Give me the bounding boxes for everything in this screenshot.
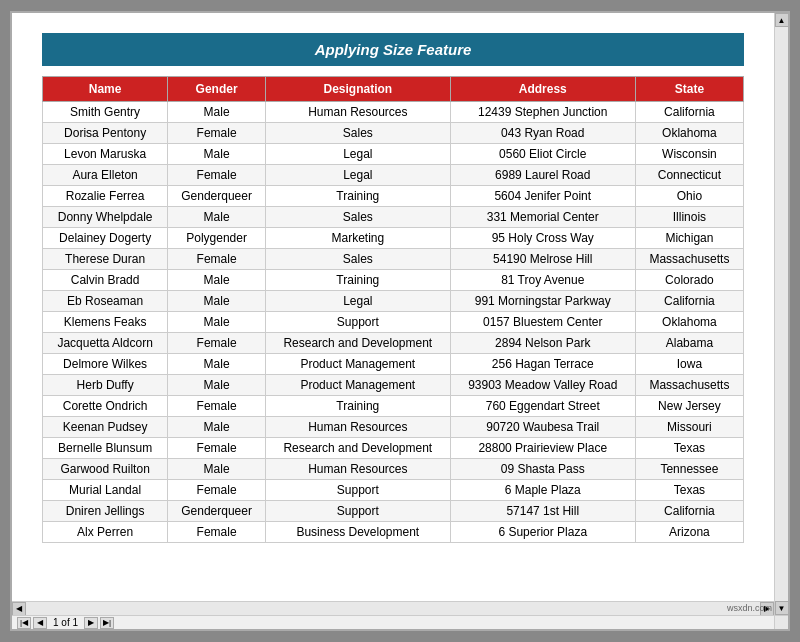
- table-cell: New Jersey: [635, 396, 743, 417]
- table-cell: Male: [168, 144, 266, 165]
- table-cell: Sales: [265, 123, 450, 144]
- table-cell: Support: [265, 501, 450, 522]
- table-cell: 09 Shasta Pass: [450, 459, 635, 480]
- table-cell: Therese Duran: [43, 249, 168, 270]
- table-cell: Male: [168, 291, 266, 312]
- table-row: Corette OndrichFemaleTraining760 Eggenda…: [43, 396, 744, 417]
- table-cell: Arizona: [635, 522, 743, 543]
- table-cell: Research and Development: [265, 438, 450, 459]
- scroll-down-button[interactable]: ▼: [775, 601, 789, 615]
- vertical-scrollbar[interactable]: ▲ ▼: [774, 13, 788, 615]
- column-header: Designation: [265, 77, 450, 102]
- table-cell: Product Management: [265, 354, 450, 375]
- table-cell: Female: [168, 480, 266, 501]
- page-title: Applying Size Feature: [42, 33, 744, 66]
- table-cell: 2894 Nelson Park: [450, 333, 635, 354]
- table-cell: Genderqueer: [168, 501, 266, 522]
- table-cell: Connecticut: [635, 165, 743, 186]
- table-cell: Alabama: [635, 333, 743, 354]
- table-cell: Levon Maruska: [43, 144, 168, 165]
- table-row: Therese DuranFemaleSales54190 Melrose Hi…: [43, 249, 744, 270]
- table-cell: Oklahoma: [635, 312, 743, 333]
- table-cell: 90720 Waubesa Trail: [450, 417, 635, 438]
- table-cell: Dorisa Pentony: [43, 123, 168, 144]
- table-row: Rozalie FerreaGenderqueerTraining5604 Je…: [43, 186, 744, 207]
- table-cell: Training: [265, 186, 450, 207]
- table-cell: Calvin Bradd: [43, 270, 168, 291]
- table-cell: 57147 1st Hill: [450, 501, 635, 522]
- table-cell: Rozalie Ferrea: [43, 186, 168, 207]
- table-cell: 256 Hagan Terrace: [450, 354, 635, 375]
- last-page-button[interactable]: ▶|: [100, 617, 114, 629]
- page-number: 1 of 1: [53, 617, 78, 628]
- main-window: Applying Size Feature NameGenderDesignat…: [10, 11, 790, 631]
- table-row: Delainey DogertyPolygenderMarketing95 Ho…: [43, 228, 744, 249]
- table-cell: Female: [168, 249, 266, 270]
- table-cell: 6 Maple Plaza: [450, 480, 635, 501]
- table-cell: 93903 Meadow Valley Road: [450, 375, 635, 396]
- table-cell: Eb Roseaman: [43, 291, 168, 312]
- horizontal-scrollbar[interactable]: ◀ ▶: [12, 601, 774, 615]
- table-cell: Human Resources: [265, 459, 450, 480]
- table-cell: Donny Whelpdale: [43, 207, 168, 228]
- table-cell: Male: [168, 459, 266, 480]
- table-cell: Iowa: [635, 354, 743, 375]
- table-cell: Support: [265, 312, 450, 333]
- table-row: Bernelle BlunsumFemaleResearch and Devel…: [43, 438, 744, 459]
- scroll-left-button[interactable]: ◀: [12, 602, 26, 616]
- table-cell: Legal: [265, 291, 450, 312]
- scroll-up-button[interactable]: ▲: [775, 13, 789, 27]
- table-cell: 5604 Jenifer Point: [450, 186, 635, 207]
- table-cell: 6989 Laurel Road: [450, 165, 635, 186]
- table-row: Smith GentryMaleHuman Resources12439 Ste…: [43, 102, 744, 123]
- table-cell: California: [635, 291, 743, 312]
- table-cell: Polygender: [168, 228, 266, 249]
- table-cell: 991 Morningstar Parkway: [450, 291, 635, 312]
- table-row: Herb DuffyMaleProduct Management93903 Me…: [43, 375, 744, 396]
- table-cell: Female: [168, 438, 266, 459]
- table-cell: Human Resources: [265, 102, 450, 123]
- table-header: NameGenderDesignationAddressState: [43, 77, 744, 102]
- table-cell: 0157 Bluestem Center: [450, 312, 635, 333]
- table-cell: Missouri: [635, 417, 743, 438]
- table-cell: Massachusetts: [635, 375, 743, 396]
- table-cell: Herb Duffy: [43, 375, 168, 396]
- table-row: Dorisa PentonyFemaleSales043 Ryan RoadOk…: [43, 123, 744, 144]
- table-cell: Keenan Pudsey: [43, 417, 168, 438]
- table-cell: Colorado: [635, 270, 743, 291]
- scrollbar-corner: [774, 615, 788, 629]
- table-cell: Alx Perren: [43, 522, 168, 543]
- table-row: Klemens FeaksMaleSupport0157 Bluestem Ce…: [43, 312, 744, 333]
- table-row: Garwood RuiltonMaleHuman Resources09 Sha…: [43, 459, 744, 480]
- page-content: Applying Size Feature NameGenderDesignat…: [12, 13, 774, 615]
- first-page-button[interactable]: |◀: [17, 617, 31, 629]
- table-cell: Delmore Wilkes: [43, 354, 168, 375]
- table-cell: Klemens Feaks: [43, 312, 168, 333]
- table-cell: Dniren Jellings: [43, 501, 168, 522]
- table-cell: Michigan: [635, 228, 743, 249]
- table-cell: Female: [168, 396, 266, 417]
- table-cell: Delainey Dogerty: [43, 228, 168, 249]
- column-header: State: [635, 77, 743, 102]
- table-cell: Legal: [265, 144, 450, 165]
- table-cell: 95 Holy Cross Way: [450, 228, 635, 249]
- next-page-button[interactable]: ▶: [84, 617, 98, 629]
- table-cell: Garwood Ruilton: [43, 459, 168, 480]
- table-cell: Female: [168, 165, 266, 186]
- page-indicator: |◀ ◀ 1 of 1 ▶ ▶|: [12, 615, 774, 629]
- table-cell: Marketing: [265, 228, 450, 249]
- table-cell: Male: [168, 375, 266, 396]
- table-cell: Ohio: [635, 186, 743, 207]
- table-cell: Smith Gentry: [43, 102, 168, 123]
- table-cell: Bernelle Blunsum: [43, 438, 168, 459]
- table-row: Dniren JellingsGenderqueerSupport57147 1…: [43, 501, 744, 522]
- table-row: Aura ElletonFemaleLegal6989 Laurel RoadC…: [43, 165, 744, 186]
- table-cell: California: [635, 501, 743, 522]
- table-cell: California: [635, 102, 743, 123]
- table-cell: Murial Landal: [43, 480, 168, 501]
- table-cell: Texas: [635, 480, 743, 501]
- table-row: Donny WhelpdaleMaleSales331 Memorial Cen…: [43, 207, 744, 228]
- prev-page-button[interactable]: ◀: [33, 617, 47, 629]
- table-row: Keenan PudseyMaleHuman Resources90720 Wa…: [43, 417, 744, 438]
- table-row: Delmore WilkesMaleProduct Management256 …: [43, 354, 744, 375]
